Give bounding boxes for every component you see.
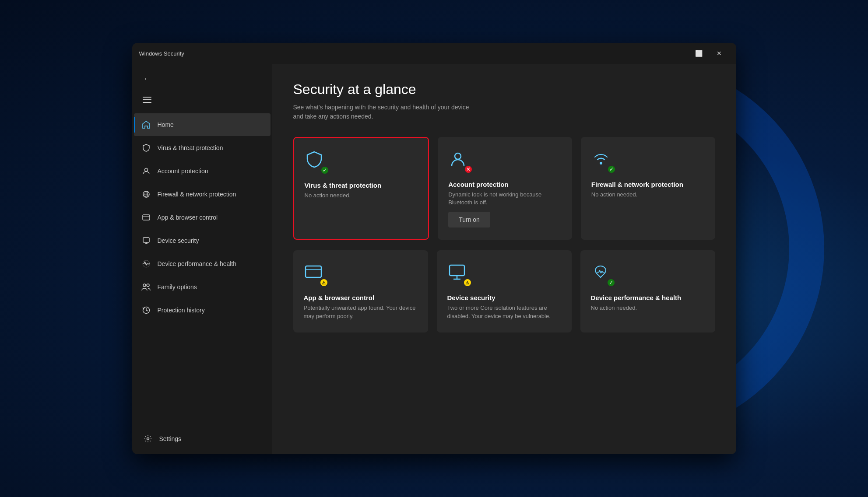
back-icon: ← — [144, 75, 151, 83]
account-icon — [141, 166, 151, 176]
virus-status-badge: ✓ — [320, 166, 329, 175]
back-button[interactable]: ← — [139, 71, 155, 87]
device-security-card[interactable]: ⚠ Device security Two or more Core isola… — [437, 250, 572, 332]
sidebar: ← Home — [132, 64, 272, 454]
account-status-badge: ✕ — [464, 165, 473, 174]
sidebar-item-device-health-label: Device performance & health — [158, 260, 237, 267]
app-browser-status-badge: ⚠ — [320, 278, 328, 287]
svg-rect-16 — [306, 266, 321, 277]
cards-row-2: ⚠ App & browser control Potentially unwa… — [293, 250, 715, 332]
page-title: Security at a glance — [293, 81, 715, 98]
turn-on-button[interactable]: Turn on — [448, 212, 490, 228]
titlebar: Windows Security — ⬜ ✕ — [132, 43, 736, 64]
close-button[interactable]: ✕ — [709, 46, 729, 60]
content-area: Security at a glance See what's happenin… — [272, 64, 736, 454]
firewall-icon — [141, 189, 151, 200]
settings-icon — [143, 434, 153, 444]
firewall-wifi-icon — [591, 149, 611, 168]
health-icon — [141, 259, 151, 269]
sidebar-item-family-label: Family options — [158, 284, 197, 290]
device-security-card-title: Device security — [447, 294, 561, 301]
app-browser-card-icon — [304, 262, 323, 282]
sidebar-item-history[interactable]: Protection history — [134, 299, 271, 322]
device-health-card-title: Device performance & health — [591, 294, 705, 301]
device-security-card-description: Two or more Core isolation features are … — [447, 304, 561, 320]
svg-rect-6 — [143, 215, 150, 220]
svg-rect-0 — [143, 97, 151, 98]
device-health-card-icon — [591, 262, 610, 282]
page-subtitle: See what's happening with the security a… — [293, 103, 715, 121]
sidebar-item-device-security[interactable]: Device security — [134, 229, 271, 252]
sidebar-item-device-security-label: Device security — [158, 237, 199, 244]
virus-card[interactable]: ✓ Virus & threat protection No action ne… — [293, 137, 429, 240]
svg-point-13 — [147, 438, 149, 440]
virus-card-description: No action needed. — [305, 192, 418, 200]
device-security-icon — [141, 235, 151, 246]
sidebar-item-device-health[interactable]: Device performance & health — [134, 252, 271, 275]
sidebar-item-app-label: App & browser control — [158, 214, 218, 221]
hamburger-icon — [143, 95, 151, 104]
sidebar-nav: Home Virus & threat protection — [132, 113, 272, 424]
account-icon-wrap: ✕ — [448, 149, 471, 172]
app-browser-card[interactable]: ⚠ App & browser control Potentially unwa… — [293, 250, 428, 332]
maximize-button[interactable]: ⬜ — [689, 46, 709, 60]
sidebar-item-app-browser[interactable]: App & browser control — [134, 206, 271, 229]
svg-point-14 — [455, 153, 461, 159]
main-window: Windows Security — ⬜ ✕ ← — [132, 43, 736, 454]
sidebar-item-history-label: Protection history — [158, 307, 205, 314]
settings-label: Settings — [159, 435, 182, 442]
sidebar-item-firewall-label: Firewall & network protection — [158, 191, 236, 198]
firewall-icon-wrap: ✓ — [591, 149, 614, 172]
home-icon — [141, 119, 151, 130]
family-icon — [141, 282, 151, 292]
app-browser-card-title: App & browser control — [304, 294, 418, 301]
sidebar-item-account-label: Account protection — [158, 168, 208, 175]
svg-point-3 — [144, 168, 148, 172]
svg-rect-18 — [450, 265, 464, 276]
device-health-status-badge: ✓ — [607, 278, 615, 287]
device-security-card-icon — [447, 262, 467, 282]
sidebar-item-home[interactable]: Home — [134, 113, 271, 136]
virus-card-title: Virus & threat protection — [305, 182, 418, 189]
cards-row-1: ✓ Virus & threat protection No action ne… — [293, 137, 715, 240]
virus-icon-wrap: ✓ — [305, 150, 327, 173]
sidebar-item-family[interactable]: Family options — [134, 276, 271, 298]
account-card-title: Account protection — [448, 181, 562, 188]
firewall-card-title: Firewall & network protection — [591, 181, 705, 188]
device-health-icon-wrap: ✓ — [591, 262, 614, 285]
firewall-card[interactable]: ✓ Firewall & network protection No actio… — [581, 137, 715, 240]
account-person-icon — [448, 149, 467, 168]
svg-rect-1 — [143, 99, 151, 100]
device-security-icon-wrap: ⚠ — [447, 262, 470, 285]
virus-shield-icon — [305, 150, 324, 169]
svg-point-10 — [143, 284, 146, 287]
account-card[interactable]: ✕ Account protection Dynamic lock is not… — [438, 137, 572, 240]
app-browser-icon-wrap: ⚠ — [304, 262, 327, 285]
svg-rect-8 — [143, 238, 149, 242]
svg-point-15 — [600, 162, 602, 164]
hamburger-button[interactable] — [139, 92, 155, 108]
svg-point-11 — [147, 284, 149, 287]
device-health-card-description: No action needed. — [591, 304, 705, 312]
app-browser-icon — [141, 212, 151, 223]
device-security-status-badge: ⚠ — [463, 278, 472, 287]
titlebar-controls: — ⬜ ✕ — [669, 46, 729, 60]
sidebar-item-virus[interactable]: Virus & threat protection — [134, 136, 271, 159]
minimize-button[interactable]: — — [669, 46, 689, 60]
sidebar-item-virus-label: Virus & threat protection — [158, 144, 223, 151]
sidebar-item-firewall[interactable]: Firewall & network protection — [134, 183, 271, 206]
sidebar-item-settings[interactable]: Settings — [136, 427, 269, 450]
shield-icon — [141, 143, 151, 153]
history-icon — [141, 305, 151, 315]
sidebar-item-account[interactable]: Account protection — [134, 160, 271, 182]
titlebar-title: Windows Security — [139, 50, 669, 57]
sidebar-item-home-label: Home — [158, 121, 174, 128]
account-card-description: Dynamic lock is not working because Blue… — [448, 191, 562, 206]
device-health-card[interactable]: ✓ Device performance & health No action … — [580, 250, 715, 332]
firewall-card-description: No action needed. — [591, 191, 705, 199]
firewall-status-badge: ✓ — [607, 165, 616, 174]
sidebar-settings: Settings — [132, 424, 272, 454]
main-area: ← Home — [132, 64, 736, 454]
svg-rect-2 — [143, 102, 151, 103]
app-browser-card-description: Potentially unwanted app found. Your dev… — [304, 304, 418, 320]
